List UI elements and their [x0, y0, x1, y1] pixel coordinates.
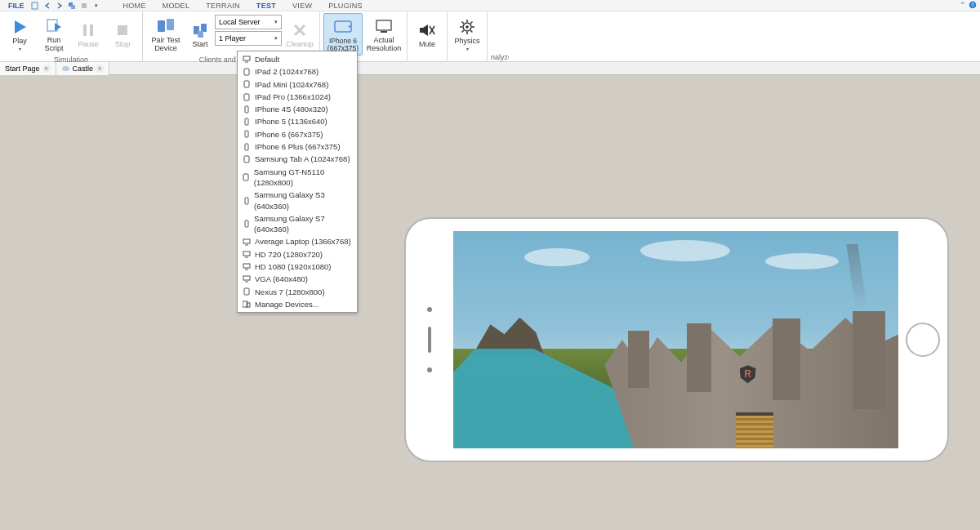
new-file-icon[interactable]	[31, 1, 40, 10]
monitor-icon	[243, 250, 251, 258]
phone-home-button-icon	[906, 323, 940, 357]
device-item-ipad2[interactable]: IPad 2 (1024x768)	[238, 65, 357, 78]
device-item-manage[interactable]: Manage Devices...	[238, 298, 357, 310]
run-script-label: Run Script	[38, 37, 70, 52]
ribbon-group-analyze-partial: nalyze	[488, 11, 509, 62]
phone-sensor-icon	[427, 367, 432, 372]
tab-model[interactable]: MODEL	[155, 2, 198, 10]
physics-button[interactable]: Physics ▾	[451, 13, 483, 56]
phone-left-bezel	[406, 219, 453, 461]
device-emulation-button[interactable]: IPhone 6 (667x375)	[323, 13, 363, 56]
analyze-label: nalyze	[491, 53, 506, 62]
svg-rect-38	[244, 94, 249, 100]
device-item-iphone6[interactable]: IPhone 6 (667x375)	[238, 128, 357, 140]
play-button[interactable]: Play ▾	[3, 13, 36, 56]
phone-icon	[243, 220, 250, 228]
device-item-default[interactable]: Default	[238, 53, 357, 65]
tab-test[interactable]: TEST	[249, 2, 283, 10]
devices-icon	[243, 301, 251, 309]
cleanup-icon	[290, 20, 310, 40]
pair-test-device-button[interactable]: Pair Test Device	[146, 13, 185, 56]
device-item-taba[interactable]: Samsung Tab A (1024x768)	[238, 153, 357, 165]
gear-icon	[457, 17, 477, 37]
tab-view[interactable]: VIEW	[285, 2, 319, 10]
device-item-ipadpro[interactable]: IPad Pro (1366x1024)	[238, 91, 357, 103]
svg-line-31	[470, 22, 472, 24]
svg-rect-42	[245, 144, 248, 150]
scene-tower	[773, 318, 800, 400]
phone-icon	[243, 118, 251, 126]
phone-icon	[243, 197, 250, 205]
cleanup-button[interactable]: Cleanup	[283, 13, 316, 56]
resolution-button[interactable]: Actual Resolution	[364, 13, 403, 56]
tablet-icon	[243, 68, 251, 76]
svg-point-19	[349, 25, 350, 27]
collapse-ribbon-icon[interactable]: ⌃	[960, 1, 966, 9]
tab-terrain[interactable]: TERRAIN	[198, 2, 247, 10]
chevron-down-icon: ▾	[274, 19, 278, 25]
monitor-icon	[243, 275, 251, 283]
device-item-iphone5[interactable]: IPhone 5 (1136x640)	[238, 115, 357, 127]
close-tab-icon[interactable]: ×	[42, 65, 51, 73]
mute-button[interactable]: Mute	[411, 13, 443, 56]
device-item-galaxys3[interactable]: Samsung Galaxy S3 (640x360)	[238, 189, 357, 212]
tab-plugins[interactable]: PLUGINS	[321, 2, 370, 10]
device-item-hd1080[interactable]: HD 1080 (1920x1080)	[238, 261, 357, 273]
svg-rect-21	[381, 31, 387, 33]
close-tab-icon[interactable]: ×	[96, 65, 104, 73]
svg-rect-53	[243, 276, 250, 280]
titlebar-right: ⌃ ?	[960, 1, 977, 9]
run-script-button[interactable]: Run Script	[38, 13, 70, 56]
resolution-label: Actual Resolution	[364, 37, 403, 52]
start-button[interactable]: Start	[187, 13, 213, 56]
doc-tab-castle[interactable]: Castle ×	[56, 62, 110, 75]
help-icon[interactable]: ?	[969, 1, 977, 9]
tab-home[interactable]: HOME	[116, 2, 154, 10]
svg-rect-37	[244, 81, 249, 87]
device-item-iphone4s[interactable]: IPhone 4S (480x320)	[238, 103, 357, 115]
svg-point-24	[466, 25, 469, 29]
file-menu[interactable]: FILE	[3, 2, 29, 10]
device-item-nexus7[interactable]: Nexus 7 (1280x800)	[238, 286, 357, 298]
players-dropdown[interactable]: 1 Player ▾	[215, 31, 282, 46]
tablet-icon	[243, 173, 250, 181]
svg-rect-16	[198, 31, 203, 38]
device-item-galaxys7[interactable]: Samsung Galaxy S7 (640x360)	[238, 212, 357, 236]
game-viewport[interactable]: R	[453, 231, 898, 448]
svg-marker-6	[15, 20, 26, 33]
stop-label: Stop	[115, 41, 131, 48]
device-item-laptop[interactable]: Average Laptop (1366x768)	[238, 235, 357, 247]
scene-tower	[687, 323, 711, 392]
document-tabs: Start Page × Castle ×	[0, 62, 980, 75]
device-item-hd720[interactable]: HD 720 (1280x720)	[238, 248, 357, 261]
device-emulator-frame: R	[404, 217, 949, 462]
cleanup-label: Cleanup	[286, 41, 314, 48]
players-value: 1 Player	[219, 34, 246, 42]
device-item-gtn5110[interactable]: Samsung GT-N5110 (1280x800)	[238, 166, 357, 189]
ribbon-group-audio: Mute	[408, 11, 448, 62]
phone-right-bezel	[898, 323, 947, 357]
mute-icon	[417, 20, 437, 40]
device-item-iphone6plus[interactable]: IPhone 6 Plus (667x375)	[238, 140, 357, 153]
redo-icon[interactable]	[56, 1, 65, 10]
union-icon[interactable]	[68, 1, 77, 10]
scene-castle-gate	[736, 412, 773, 448]
svg-point-33	[62, 66, 69, 71]
monitor-icon	[243, 238, 251, 246]
phone-camera-icon	[427, 307, 432, 312]
qat-dropdown-icon[interactable]: ▾	[92, 1, 101, 10]
phone-icon	[243, 143, 251, 151]
device-item-vga[interactable]: VGA (640x480)	[238, 273, 357, 285]
scene-cloud	[640, 240, 730, 261]
separate-icon[interactable]	[80, 1, 89, 10]
undo-icon[interactable]	[43, 1, 52, 10]
scene-cloud	[765, 253, 839, 269]
tablet-icon	[243, 93, 251, 101]
doc-tab-label: Start Page	[5, 65, 40, 73]
pause-button[interactable]: Pause	[72, 13, 105, 56]
ribbon-group-simulation: Play ▾ Run Script Pause Stop Simulation	[0, 11, 143, 62]
stop-button[interactable]: Stop	[106, 13, 139, 56]
device-item-ipadmini[interactable]: IPad Mini (1024x768)	[238, 78, 357, 91]
server-dropdown[interactable]: Local Server ▾	[215, 15, 282, 29]
doc-tab-start-page[interactable]: Start Page ×	[0, 62, 56, 75]
